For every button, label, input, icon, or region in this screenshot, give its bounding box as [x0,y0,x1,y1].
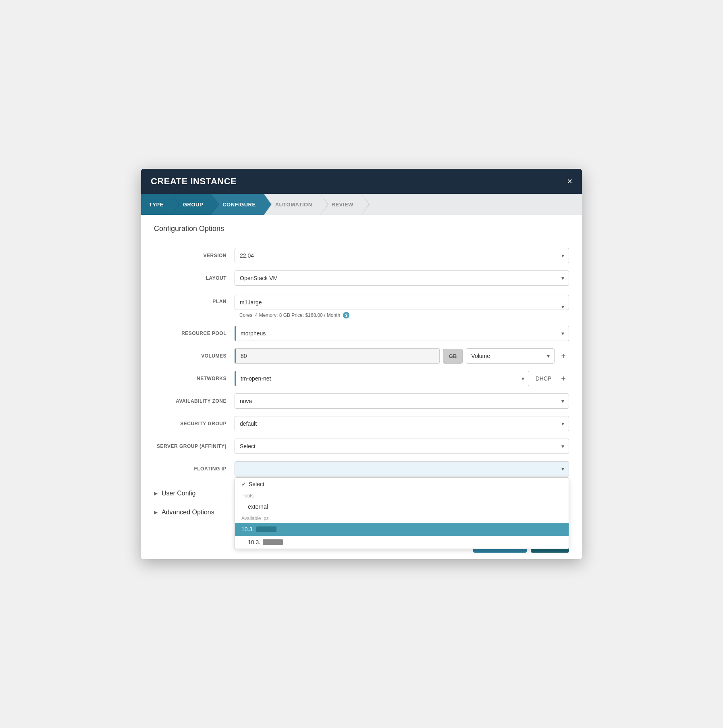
layout-control: OpenStack VM ▾ [235,270,569,286]
network-select-wrapper: tm-open-net ▾ [235,371,529,386]
dropdown-group-available-ips: Available Ips [235,513,569,523]
user-config-arrow-icon: ▶ [154,491,158,496]
dropdown-item-select[interactable]: Select [235,478,569,491]
layout-label: LAYOUT [154,275,235,281]
version-row: VERSION 22.04 ▾ [154,248,569,263]
network-select[interactable]: tm-open-net [235,371,529,386]
security-group-select[interactable]: default [235,416,569,431]
volume-type-select[interactable]: Volume [466,348,555,364]
availability-zone-row: AVAILABILITY ZONE nova ▾ [154,393,569,409]
layout-row: LAYOUT OpenStack VM ▾ [154,270,569,286]
add-volume-button[interactable]: + [558,352,569,361]
price-info-icon: $ [343,312,349,318]
availability-zone-control: nova ▾ [235,393,569,409]
floating-ip-input[interactable] [235,461,569,476]
version-label: VERSION [154,253,235,258]
networks-inputs: tm-open-net ▾ DHCP + [235,371,569,386]
redacted-ip2 [263,539,283,545]
modal-title: CREATE INSTANCE [151,176,237,187]
server-group-row: SERVER GROUP (AFFINITY) Select ▾ [154,439,569,454]
step-type[interactable]: TYPE [141,194,172,215]
volume-type-wrapper: Volume ▾ [466,348,555,364]
resource-pool-label: RESOURCE POOL [154,331,235,336]
redacted-ip1 [256,526,276,532]
floating-ip-row: FLOATING IP ▾ Select Pools external Avai… [154,461,569,476]
server-group-control: Select ▾ [235,439,569,454]
volumes-control: GB Volume ▾ + [235,348,569,364]
floating-ip-dropdown: Select Pools external Available Ips 10.3… [235,477,569,549]
networks-label: NETWORKS [154,376,235,381]
wizard-steps: TYPE GROUP CONFIGURE AUTOMATION REVIEW [141,194,582,215]
plan-control: m1.large ▾ Cores: 4 Memory: 8 GB Price: … [235,295,569,318]
availability-zone-label: AVAILABILITY ZONE [154,398,235,404]
resource-pool-row: RESOURCE POOL ▾ [154,326,569,341]
volumes-label: VOLUMES [154,353,235,359]
close-button[interactable]: × [567,177,572,186]
dropdown-item-ip2[interactable]: 10.3. [235,536,569,549]
volume-size-input[interactable] [235,348,440,364]
server-group-label: SERVER GROUP (AFFINITY) [154,443,235,449]
modal-body: Configuration Options VERSION 22.04 ▾ LA… [141,215,582,530]
volumes-inputs: GB Volume ▾ + [235,348,569,364]
floating-ip-control: ▾ Select Pools external Available Ips 10… [235,461,569,476]
advanced-options-label: Advanced Options [162,509,214,516]
resource-pool-input[interactable] [235,326,569,341]
networks-row: NETWORKS tm-open-net ▾ DHCP + [154,371,569,386]
layout-select[interactable]: OpenStack VM [235,270,569,286]
plan-info: Cores: 4 Memory: 8 GB Price: $168.00 / M… [235,312,569,318]
security-group-row: SECURITY GROUP default ▾ [154,416,569,431]
plan-row: PLAN m1.large ▾ Cores: 4 Memory: 8 GB Pr… [154,293,569,318]
security-group-control: default ▾ [235,416,569,431]
availability-zone-select[interactable]: nova [235,393,569,409]
dropdown-item-ip1[interactable]: 10.3. [235,523,569,536]
server-group-select[interactable]: Select [235,439,569,454]
plan-select[interactable]: m1.large [235,295,569,310]
gb-button[interactable]: GB [443,349,463,364]
step-automation[interactable]: AUTOMATION [264,194,320,215]
create-instance-modal: CREATE INSTANCE × TYPE GROUP CONFIGURE A… [141,169,582,559]
section-title: Configuration Options [154,225,569,238]
resource-pool-control: ▾ [235,326,569,341]
dhcp-label: DHCP [532,371,555,386]
floating-ip-label: FLOATING IP [154,466,235,472]
user-config-label: User Config [162,490,195,497]
security-group-label: SECURITY GROUP [154,421,235,426]
add-network-button[interactable]: + [558,374,569,383]
dropdown-group-pools: Pools [235,491,569,500]
dropdown-item-external[interactable]: external [235,500,569,513]
networks-control: tm-open-net ▾ DHCP + [235,371,569,386]
modal-header: CREATE INSTANCE × [141,169,582,194]
plan-label: PLAN [154,295,235,304]
version-select[interactable]: 22.04 [235,248,569,263]
version-control: 22.04 ▾ [235,248,569,263]
volumes-row: VOLUMES GB Volume ▾ + [154,348,569,364]
advanced-options-arrow-icon: ▶ [154,510,158,515]
